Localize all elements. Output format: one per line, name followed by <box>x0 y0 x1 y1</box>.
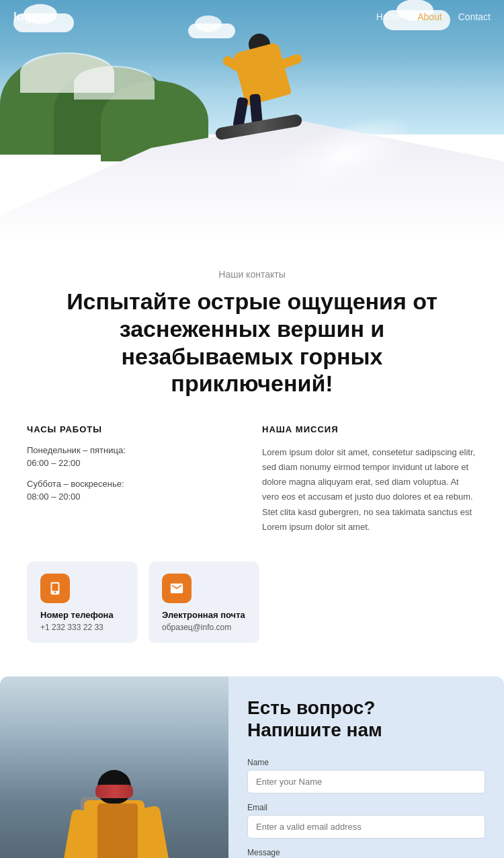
contact-form: Name Email Message Представлять на рассм… <box>247 758 485 858</box>
mission-section: НАША МИССИЯ Lorem ipsum dolor sit amet, … <box>262 424 477 535</box>
phone-icon <box>48 581 62 596</box>
phone-value: +1 232 333 22 33 <box>40 623 124 632</box>
hill-snow-2 <box>74 66 155 100</box>
img-jacket-overlay <box>97 804 138 858</box>
email-input[interactable] <box>247 815 485 838</box>
nav-logo: logo <box>13 10 39 24</box>
contact-card-email: Электронная почта образец@info.com <box>149 561 259 643</box>
hours-heading: ЧАСЫ РАБОТЫ <box>27 424 242 434</box>
email-label: Электронная почта <box>162 610 246 620</box>
img-goggles <box>95 785 133 798</box>
email-label: Email <box>247 803 485 812</box>
weekday-hours: 06:00 – 22:00 <box>27 458 242 468</box>
mission-heading: НАША МИССИЯ <box>262 424 477 434</box>
weekend-hours: 08:00 – 20:00 <box>27 492 242 502</box>
email-icon <box>169 581 184 596</box>
email-group: Email <box>247 803 485 838</box>
bottom-image <box>0 676 228 858</box>
nav-links: Home About Contact <box>376 11 491 22</box>
snowboarder-area <box>212 27 413 215</box>
img-person <box>47 770 181 858</box>
email-value: образец@info.com <box>162 623 246 632</box>
section-subtitle: Наши контакты <box>27 269 477 280</box>
snowboarder-image-bg <box>0 676 228 858</box>
contact-cards: Номер телефона +1 232 333 22 33 Электрон… <box>27 561 477 643</box>
name-group: Name <box>247 758 485 793</box>
message-group: Message <box>247 848 485 858</box>
message-label: Message <box>247 848 485 857</box>
weekday-label: Понедельник – пятница: <box>27 445 242 455</box>
nav-link-about[interactable]: About <box>417 11 442 22</box>
contact-card-phone: Номер телефона +1 232 333 22 33 <box>27 561 138 643</box>
info-grid: ЧАСЫ РАБОТЫ Понедельник – пятница: 06:00… <box>27 424 477 535</box>
main-content: Наши контакты Испытайте острые ощущения … <box>0 242 504 643</box>
contact-form-container: Есть вопрос? Напишите нам Name Email Mes… <box>228 676 504 858</box>
hours-section: ЧАСЫ РАБОТЫ Понедельник – пятница: 06:00… <box>27 424 242 535</box>
form-title: Есть вопрос? Напишите нам <box>247 697 485 742</box>
nav-link-home[interactable]: Home <box>376 11 401 22</box>
name-input[interactable] <box>247 770 485 793</box>
bottom-section: Есть вопрос? Напишите нам Name Email Mes… <box>0 676 504 858</box>
nav-link-contact[interactable]: Contact <box>458 11 491 22</box>
email-icon-container <box>162 574 192 603</box>
phone-label: Номер телефона <box>40 610 124 620</box>
name-label: Name <box>247 758 485 767</box>
weekend-label: Суббота – воскресенье: <box>27 479 242 489</box>
hero-section <box>0 0 504 242</box>
section-title: Испытайте острые ощущения от заснеженных… <box>50 288 454 397</box>
phone-icon-container <box>40 574 70 603</box>
mission-text: Lorem ipsum dolor sit amet, consetetur s… <box>262 445 477 535</box>
navbar: logo Home About Contact <box>0 0 504 34</box>
